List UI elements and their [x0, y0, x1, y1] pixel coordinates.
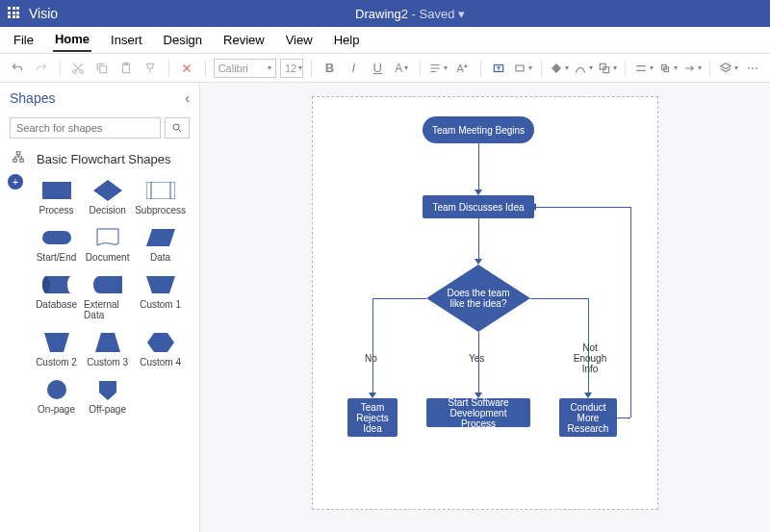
svg-marker-28 [99, 381, 116, 400]
svg-rect-15 [42, 182, 71, 199]
svg-rect-14 [20, 159, 24, 162]
shape-onpage[interactable]: On-page [33, 379, 80, 415]
svg-marker-16 [93, 180, 122, 201]
flow-build[interactable]: Start Software Development Process [426, 398, 530, 427]
app-name: Visio [29, 6, 58, 21]
flow-reject[interactable]: Team Rejects Idea [347, 398, 398, 437]
shape-database[interactable]: Database [33, 274, 80, 320]
document-title[interactable]: Drawing2 - Saved ▾ [58, 7, 762, 21]
shapes-panel: Shapes‹ Basic Flowchart Shapes + Process… [0, 83, 200, 532]
underline-button[interactable]: U [368, 58, 388, 79]
add-stencil-button[interactable]: + [8, 174, 23, 190]
title-bar: Visio Drawing2 - Saved ▾ [0, 0, 770, 27]
connector[interactable] [478, 218, 479, 259]
arrowhead-icon [530, 203, 536, 211]
collapse-panel-button[interactable]: ‹ [185, 90, 190, 106]
shape-external[interactable]: External Data [84, 274, 131, 320]
cut-button[interactable] [68, 58, 89, 79]
arrange-button[interactable]: ▾ [597, 58, 617, 79]
bold-button[interactable]: B [320, 58, 340, 79]
svg-marker-21 [146, 229, 175, 246]
svg-marker-23 [146, 276, 175, 293]
shape-style-button[interactable]: ▾ [513, 58, 533, 79]
delete-button[interactable] [177, 58, 197, 79]
tab-review[interactable]: Review [221, 29, 267, 51]
connector[interactable] [372, 298, 373, 393]
stencil-tree-icon [12, 150, 25, 166]
paste-button[interactable] [116, 58, 137, 79]
svg-marker-25 [95, 333, 120, 352]
copy-button[interactable] [92, 58, 113, 79]
connector[interactable] [630, 207, 631, 418]
font-select[interactable]: Calibri▾ [214, 59, 276, 78]
tab-file[interactable]: File [12, 29, 36, 51]
line-button[interactable]: ▾ [573, 58, 593, 79]
svg-marker-26 [147, 333, 174, 352]
shape-subprocess[interactable]: Subprocess [135, 180, 186, 215]
branch-label-no: No [365, 353, 377, 364]
flow-discuss[interactable]: Team Discusses Idea [423, 195, 534, 218]
connector-button[interactable]: ▾ [681, 58, 702, 79]
tab-view[interactable]: View [284, 29, 315, 51]
tab-design[interactable]: Design [162, 29, 204, 51]
position-button[interactable]: ▾ [633, 58, 654, 79]
shape-process[interactable]: Process [33, 180, 80, 215]
tab-help[interactable]: Help [332, 29, 362, 51]
shape-data[interactable]: Data [135, 227, 186, 263]
app-launcher-icon[interactable] [8, 7, 21, 20]
branch-label-yes: Yes [469, 353, 484, 364]
drawing-canvas[interactable]: Team Meeting Begins Team Discusses Idea … [200, 83, 770, 532]
align-button[interactable]: ▾ [428, 58, 449, 79]
search-button[interactable] [165, 117, 190, 139]
tab-home[interactable]: Home [53, 28, 91, 52]
shape-document[interactable]: Document [84, 227, 131, 263]
bring-front-button[interactable]: ▾ [657, 58, 678, 79]
svg-rect-12 [16, 152, 20, 155]
shape-decision[interactable]: Decision [84, 180, 131, 215]
font-size-select[interactable]: 12▾ [280, 59, 303, 78]
more-button[interactable]: ⋯ [742, 58, 762, 79]
format-painter-button[interactable] [141, 58, 161, 79]
shape-custom4[interactable]: Custom 4 [135, 332, 186, 367]
svg-marker-24 [44, 333, 69, 352]
connector[interactable] [372, 298, 426, 299]
italic-button[interactable]: I [344, 58, 364, 79]
connector[interactable] [530, 298, 588, 299]
tab-insert[interactable]: Insert [109, 29, 144, 51]
flow-start[interactable]: Team Meeting Begins [423, 116, 534, 143]
stencil-header[interactable]: Basic Flowchart Shapes [0, 146, 199, 170]
font-color-button[interactable]: A▾ [392, 58, 412, 79]
connector[interactable] [534, 207, 630, 208]
ribbon-toolbar: Calibri▾ 12▾ B I U A▾ ▾ A▴ ▾ ▾ ▾ ▾ ▾ ▾ ▾… [0, 54, 770, 83]
fill-button[interactable]: ▾ [549, 58, 569, 79]
shapes-panel-title: Shapes [10, 90, 55, 106]
svg-rect-6 [516, 65, 524, 71]
flow-research[interactable]: Conduct More Research [559, 398, 617, 437]
font-size-increase-button[interactable]: A▴ [452, 58, 473, 79]
connector[interactable] [617, 418, 630, 418]
menu-bar: File Home Insert Design Review View Help [0, 27, 770, 54]
redo-button[interactable] [32, 58, 52, 79]
shape-startend[interactable]: Start/End [33, 227, 80, 263]
connector[interactable] [478, 143, 479, 190]
branch-label-moreinfo: Not Enough Info [569, 342, 611, 374]
svg-point-27 [47, 380, 66, 399]
svg-point-22 [42, 276, 50, 293]
undo-button[interactable] [8, 58, 28, 79]
text-box-button[interactable] [489, 58, 509, 79]
svg-rect-2 [100, 65, 107, 72]
shape-custom2[interactable]: Custom 2 [33, 332, 80, 367]
shape-custom3[interactable]: Custom 3 [84, 332, 131, 367]
search-input[interactable] [10, 117, 161, 139]
svg-point-11 [173, 124, 179, 130]
layers-button[interactable]: ▾ [718, 58, 738, 79]
shape-custom1[interactable]: Custom 1 [135, 274, 186, 320]
svg-rect-13 [13, 159, 17, 162]
shape-offpage[interactable]: Off-page [84, 379, 131, 415]
drawing-page[interactable]: Team Meeting Begins Team Discusses Idea … [312, 96, 658, 510]
flow-decision[interactable]: Does the team like the idea? [426, 265, 530, 332]
svg-rect-20 [42, 231, 71, 244]
